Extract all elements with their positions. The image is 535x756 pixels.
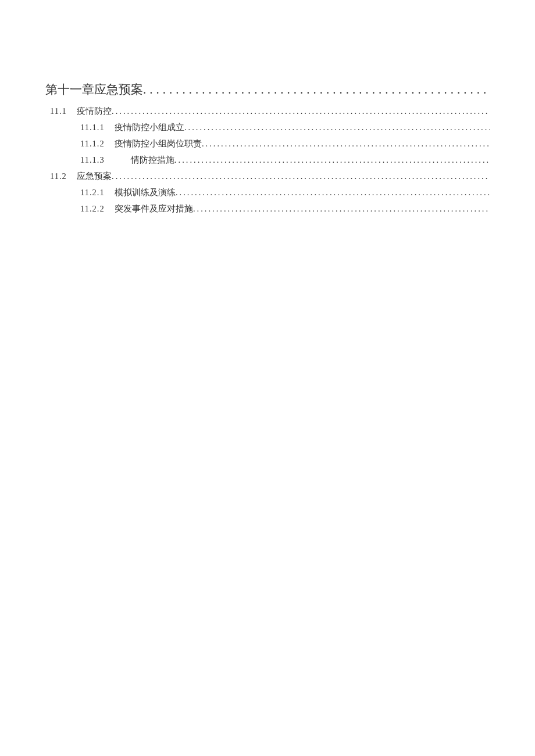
- toc-entry-number: 11.1.1: [80, 123, 105, 132]
- toc-entry-title: 疫情防控小组岗位职责: [115, 139, 202, 148]
- toc-entry-label: 11.1 疫情防控: [50, 106, 112, 117]
- toc-entry-label: 11.2.1 模拟训练及演练: [80, 187, 176, 198]
- toc-entry-number: 11.1.3: [80, 155, 105, 164]
- toc-entry-title: 模拟训练及演练: [115, 188, 176, 197]
- toc-entry-title: 疫情防控: [77, 106, 112, 116]
- toc-leader: ........................................…: [176, 188, 490, 198]
- toc-entry-number: 11.2.1: [80, 188, 105, 197]
- toc-leader: ........................................…: [112, 106, 490, 116]
- toc-entry: 11.2.1 模拟训练及演练 .........................…: [45, 187, 490, 198]
- toc-entry-label: 11.1.3 情防控措施: [80, 155, 174, 166]
- toc-chapter-row: 第十一章应急预案 ...............................…: [45, 81, 490, 98]
- toc-entry: 11.2 应急预案 ..............................…: [45, 171, 490, 182]
- toc-entry: 11.1.2 疫情防控小组岗位职责 ......................…: [45, 138, 490, 149]
- toc-entry-number: 11.2: [50, 171, 67, 181]
- toc-entry: 11.1 疫情防控 ..............................…: [45, 106, 490, 117]
- toc-entry: 11.1.3 情防控措施 ...........................…: [45, 155, 490, 166]
- toc-entry: 11.1.1 疫情防控小组成立 ........................…: [45, 122, 490, 133]
- toc-leader: ........................................…: [184, 123, 490, 132]
- toc-entry-number: 11.2.2: [80, 204, 105, 213]
- toc-entry-number: 11.1: [50, 106, 67, 116]
- toc-entry-title: 突发事件及应对措施: [115, 204, 193, 213]
- toc-entry-title: 应急预案: [77, 171, 112, 181]
- toc-leader: ........................................…: [193, 204, 490, 214]
- toc-entry-label: 11.2.2 突发事件及应对措施: [80, 203, 193, 214]
- toc-entry-label: 11.1.1 疫情防控小组成立: [80, 122, 184, 133]
- toc-leader: ........................................…: [143, 83, 490, 97]
- toc-entry: 11.2.2 突发事件及应对措施 .......................…: [45, 203, 490, 214]
- toc-leader: ........................................…: [112, 171, 490, 181]
- toc-entry-number: 11.1.2: [80, 139, 105, 148]
- toc-leader: ........................................…: [202, 139, 490, 149]
- toc-entry-label: 11.1.2 疫情防控小组岗位职责: [80, 138, 202, 149]
- toc-chapter-label: 第十一章应急预案: [45, 81, 143, 98]
- document-page: 第十一章应急预案 ...............................…: [0, 0, 535, 214]
- toc-leader: ........................................…: [174, 155, 490, 165]
- toc-entry-title: 情防控措施: [131, 155, 174, 164]
- toc-entry-title: 疫情防控小组成立: [115, 123, 184, 132]
- toc-entry-label: 11.2 应急预案: [50, 171, 112, 182]
